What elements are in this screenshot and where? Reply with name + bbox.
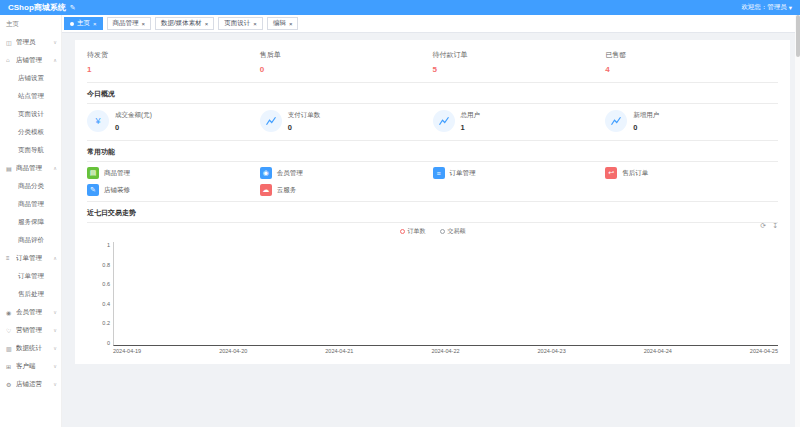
sidebar-item-goods-review[interactable]: 商品评价: [0, 231, 61, 249]
edit-icon[interactable]: ✎: [70, 4, 76, 12]
sidebar-group-goods[interactable]: ▤ 商品管理 ∧: [0, 159, 61, 177]
y-tick: 0.4: [102, 301, 110, 307]
kpi-total-users: 总用户 1: [433, 110, 606, 132]
goods-icon: ▤: [6, 165, 14, 172]
sidebar-group-admin[interactable]: ◫ 管理员 ∨: [0, 33, 61, 51]
quicklink-label: 售后订单: [622, 169, 648, 178]
quicklink-label: 店铺装修: [104, 186, 130, 195]
y-axis-labels: 1 0.8 0.6 0.4 0.2 0: [87, 242, 113, 346]
sidebar-item-label: 商品管理: [18, 200, 44, 209]
quicklink-label: 订单管理: [450, 169, 476, 178]
kpi-value: 0: [288, 123, 321, 132]
line-chart-icon: [260, 110, 282, 132]
x-axis-labels: 2024-04-19 2024-04-20 2024-04-21 2024-04…: [113, 348, 778, 354]
sidebar-group-label: 会员管理: [16, 308, 52, 317]
legend-item-orders[interactable]: 订单数: [400, 227, 426, 236]
sidebar-group-marketing[interactable]: ♡ 营销管理 ∨: [0, 321, 61, 339]
close-icon[interactable]: ×: [142, 21, 146, 27]
page-scrollbar[interactable]: [795, 15, 800, 427]
close-icon[interactable]: ×: [289, 21, 293, 27]
dashboard-card: 待发货 1 售后单 0 待付款订单 5 已售罄 4 今日概况 ¥: [75, 40, 790, 364]
tab-goods-manage[interactable]: 商品管理 ×: [107, 17, 152, 30]
order-stats-row: 待发货 1 售后单 0 待付款订单 5 已售罄 4: [87, 48, 778, 80]
quicklink-order-manage[interactable]: ≡ 订单管理: [433, 167, 606, 179]
user-menu[interactable]: 欢迎您：管理员 ▾: [741, 3, 792, 12]
stat-label: 售后单: [260, 50, 433, 60]
sidebar-item-category-template[interactable]: 分类模板: [0, 123, 61, 141]
quicklink-member-manage[interactable]: ◉ 会员管理: [260, 167, 433, 179]
x-tick: 2024-04-19: [113, 348, 141, 354]
y-tick: 1: [107, 242, 110, 248]
today-kpi-row: ¥ 成交金额(元) 0 支付订单数 0: [87, 110, 778, 132]
sidebar-item-goods-manage[interactable]: 商品管理: [0, 195, 61, 213]
tags-view-bar: 主页 × 商品管理 × 数据/媒体素材 × 页面设计 × 编辑 ×: [62, 15, 800, 33]
chevron-up-icon: ∧: [53, 165, 57, 171]
sidebar-item-home[interactable]: 主页: [0, 15, 61, 33]
sidebar-group-statistics[interactable]: ▥ 数据统计 ∨: [0, 339, 61, 357]
download-icon[interactable]: ↧: [772, 222, 778, 230]
sidebar-item-page-design[interactable]: 页面设计: [0, 105, 61, 123]
stat-value: 0: [260, 65, 433, 74]
quick-spacer: [433, 184, 606, 196]
stat-pending-ship[interactable]: 待发货 1: [87, 48, 260, 80]
scrollbar-thumb[interactable]: [796, 15, 800, 57]
x-tick: 2024-04-22: [431, 348, 459, 354]
chart-toolbox: ⟳ ↧: [760, 222, 778, 230]
legend-item-turnover[interactable]: 交易额: [440, 227, 466, 236]
stat-value: 1: [87, 65, 260, 74]
chevron-up-icon: ∧: [53, 57, 57, 63]
sidebar-item-site-manage[interactable]: 站点管理: [0, 87, 61, 105]
sidebar-group-members[interactable]: ◉ 会员管理 ∨: [0, 303, 61, 321]
monitor-icon: ⊞: [6, 363, 14, 370]
divider: [87, 103, 778, 104]
chevron-down-icon: ∨: [53, 381, 57, 387]
kpi-value: 0: [115, 123, 152, 132]
close-icon[interactable]: ×: [205, 21, 209, 27]
sidebar-group-client[interactable]: ⊞ 客户端 ∨: [0, 357, 61, 375]
sidebar-item-aftersale-handle[interactable]: 售后处理: [0, 285, 61, 303]
sidebar-item-goods-category[interactable]: 商品分类: [0, 177, 61, 195]
sidebar-group-operation[interactable]: ⚙ 店铺运营 ∨: [0, 375, 61, 393]
sidebar-item-order-manage[interactable]: 订单管理: [0, 267, 61, 285]
stat-unpaid-orders[interactable]: 待付款订单 5: [433, 48, 606, 80]
line-chart-icon: [605, 110, 627, 132]
kpi-turnover: ¥ 成交金额(元) 0: [87, 110, 260, 132]
tab-home[interactable]: 主页 ×: [64, 17, 103, 30]
sidebar-group-label: 店铺管理: [16, 56, 52, 65]
kpi-paid-orders: 支付订单数 0: [260, 110, 433, 132]
divider: [87, 161, 778, 162]
quick-links-row: ▤ 商品管理 ◉ 会员管理 ≡ 订单管理 ↩ 售后订单: [87, 167, 778, 179]
sidebar-item-service-guarantee[interactable]: 服务保障: [0, 213, 61, 231]
x-tick: 2024-04-20: [219, 348, 247, 354]
stat-label: 待付款订单: [433, 50, 606, 60]
quicklink-cloud-service[interactable]: ☁ 云服务: [260, 184, 433, 196]
sidebar-group-orders[interactable]: ≡ 订单管理 ∧: [0, 249, 61, 267]
kpi-label: 总用户: [461, 111, 481, 120]
chart-plot-area[interactable]: [113, 242, 778, 346]
main-content: 待发货 1 售后单 0 待付款订单 5 已售罄 4 今日概况 ¥: [62, 33, 800, 427]
tab-edit[interactable]: 编辑 ×: [267, 17, 299, 30]
sidebar-group-shop[interactable]: ⌂ 店铺管理 ∧: [0, 51, 61, 69]
quicklink-goods-manage[interactable]: ▤ 商品管理: [87, 167, 260, 179]
close-icon[interactable]: ×: [93, 21, 97, 27]
section-title-today: 今日概况: [87, 89, 778, 99]
active-dot-icon: [70, 22, 74, 26]
chevron-down-icon: ∨: [53, 309, 57, 315]
stat-label: 待发货: [87, 50, 260, 60]
sidebar-item-shop-settings[interactable]: 店铺设置: [0, 69, 61, 87]
quicklink-shop-decorate[interactable]: ✎ 店铺装修: [87, 184, 260, 196]
quicklink-aftersale-orders[interactable]: ↩ 售后订单: [605, 167, 778, 179]
tab-media-material[interactable]: 数据/媒体素材 ×: [155, 17, 214, 30]
tab-label: 编辑: [273, 19, 286, 28]
legend-label: 订单数: [408, 227, 426, 236]
tab-page-design[interactable]: 页面设计 ×: [218, 17, 263, 30]
stat-soldout[interactable]: 已售罄 4: [605, 48, 778, 80]
sidebar-item-page-nav[interactable]: 页面导航: [0, 141, 61, 159]
chevron-down-icon: ∨: [53, 363, 57, 369]
refresh-icon[interactable]: ⟳: [760, 222, 766, 230]
kpi-label: 新增用户: [633, 111, 659, 120]
kpi-value: 0: [633, 123, 659, 132]
close-icon[interactable]: ×: [253, 21, 257, 27]
stat-aftersale[interactable]: 售后单 0: [260, 48, 433, 80]
heart-icon: ♡: [6, 327, 14, 334]
